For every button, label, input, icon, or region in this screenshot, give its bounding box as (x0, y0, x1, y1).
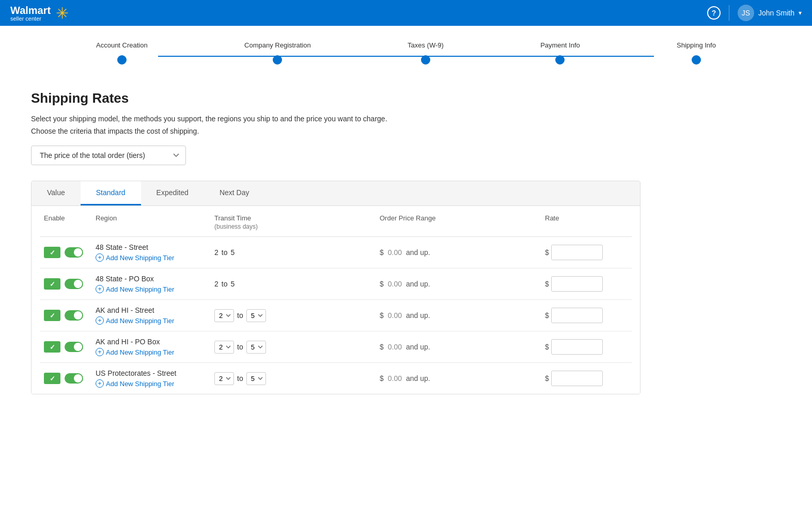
checkbox-5[interactable] (44, 373, 60, 384)
transit-cell-2: 2 to 5 (214, 280, 380, 288)
and-up-3: and up. (406, 311, 430, 320)
checkbox-1[interactable] (44, 247, 60, 258)
add-tier-link-1[interactable]: + Add New Shipping Tier (96, 253, 214, 262)
step-dot-taxes (421, 55, 430, 65)
user-name: John Smith (758, 9, 794, 17)
enable-cell-2 (44, 278, 96, 290)
rate-input-1[interactable] (551, 245, 603, 260)
rate-cell-3: $ (545, 308, 628, 323)
rate-dollar-5: $ (545, 374, 549, 383)
checkbox-3[interactable] (44, 310, 60, 321)
add-tier-link-5[interactable]: + Add New Shipping Tier (96, 379, 214, 388)
table-header-row: Enable Region Transit Time (business day… (40, 206, 632, 237)
region-cell-3: AK and HI - Street + Add New Shipping Ti… (96, 306, 214, 325)
transit-to-label-2: to (222, 280, 228, 288)
dollar-icon-2: $ (380, 280, 384, 288)
table-row: AK and HI - Street + Add New Shipping Ti… (40, 300, 632, 331)
price-cell-3: $ 0.00 and up. (380, 311, 545, 320)
tab-expedited[interactable]: Expedited (141, 181, 204, 205)
rate-cell-1: $ (545, 245, 628, 260)
header-rate: Rate (545, 214, 628, 230)
region-cell-4: AK and HI - PO Box + Add New Shipping Ti… (96, 338, 214, 356)
region-cell-2: 48 State - PO Box + Add New Shipping Tie… (96, 275, 214, 293)
logo-sub-text: seller center (10, 16, 51, 22)
enable-cell-1 (44, 247, 96, 258)
step-payment: Payment Info (540, 41, 580, 65)
header-right: ? JS John Smith ▾ (707, 5, 802, 21)
plus-circle-icon-4: + (96, 348, 104, 356)
plus-circle-icon-5: + (96, 379, 104, 388)
shipping-tabs: Value Standard Expedited Next Day (32, 181, 640, 206)
region-cell-1: 48 State - Street + Add New Shipping Tie… (96, 243, 214, 262)
shipping-rates-table: Enable Region Transit Time (business day… (32, 206, 640, 394)
rate-input-3[interactable] (551, 308, 603, 323)
price-value-4: 0.00 (388, 343, 402, 351)
step-dot-shipping (692, 55, 701, 65)
transit-to-2: 5 (230, 280, 235, 288)
add-tier-link-3[interactable]: + Add New Shipping Tier (96, 316, 214, 325)
tab-standard[interactable]: Standard (81, 181, 141, 205)
table-row: 48 State - Street + Add New Shipping Tie… (40, 237, 632, 268)
price-cell-5: $ 0.00 and up. (380, 374, 545, 383)
logo-walmart-text: Walmart (10, 5, 51, 16)
step-label-shipping: Shipping Info (677, 41, 716, 49)
checkbox-4[interactable] (44, 341, 60, 353)
toggle-2[interactable] (65, 279, 83, 289)
rate-input-2[interactable] (551, 276, 603, 292)
rate-cell-2: $ (545, 276, 628, 292)
progress-steps: Account Creation Company Registration Ta… (96, 41, 716, 65)
transit-from-select-3[interactable]: 21345 (214, 309, 234, 322)
step-label-payment: Payment Info (540, 41, 580, 49)
enable-cell-5 (44, 373, 96, 384)
step-dot-account (117, 55, 127, 65)
transit-cell-4: 21345 to 51234 (214, 341, 380, 354)
transit-to-select-5[interactable]: 51234 (246, 372, 266, 385)
price-value-3: 0.00 (388, 311, 402, 320)
add-tier-link-4[interactable]: + Add New Shipping Tier (96, 348, 214, 356)
progress-container: Account Creation Company Registration Ta… (0, 26, 812, 75)
header-divider (729, 5, 729, 21)
tab-next-day[interactable]: Next Day (204, 181, 265, 205)
logo: Walmart seller center ✳ (10, 4, 69, 22)
rate-input-4[interactable] (551, 339, 603, 355)
tab-value[interactable]: Value (32, 181, 81, 205)
transit-from-select-4[interactable]: 21345 (214, 341, 234, 354)
page-title: Shipping Rates (31, 90, 641, 106)
step-dot-company (273, 55, 282, 65)
toggle-3[interactable] (65, 310, 83, 321)
transit-to-label-3: to (237, 311, 243, 320)
add-tier-link-2[interactable]: + Add New Shipping Tier (96, 285, 214, 293)
transit-to-1: 5 (230, 248, 235, 257)
transit-to-select-3[interactable]: 51234 (246, 309, 266, 322)
transit-from-select-5[interactable]: 21345 (214, 372, 234, 385)
toggle-1[interactable] (65, 247, 83, 258)
header-enable: Enable (44, 214, 96, 230)
add-tier-label-1: Add New Shipping Tier (106, 254, 174, 262)
dollar-icon-5: $ (380, 374, 384, 383)
transit-to-select-4[interactable]: 51234 (246, 341, 266, 354)
toggle-5[interactable] (65, 373, 83, 384)
price-value-2: 0.00 (388, 280, 402, 288)
shipping-criteria-select[interactable]: The price of the total order (tiers) Wei… (31, 146, 186, 165)
dollar-icon-3: $ (380, 311, 384, 320)
user-menu[interactable]: JS John Smith ▾ (738, 5, 802, 21)
transit-to-label-5: to (237, 374, 243, 383)
region-name-5: US Protectorates - Street (96, 369, 214, 377)
help-button[interactable]: ? (707, 6, 721, 20)
checkbox-2[interactable] (44, 278, 60, 290)
add-tier-label-5: Add New Shipping Tier (106, 380, 174, 388)
step-label-taxes: Taxes (W-9) (408, 41, 444, 49)
avatar-initials: JS (742, 9, 750, 17)
rate-input-5[interactable] (551, 371, 603, 386)
plus-circle-icon-1: + (96, 253, 104, 262)
rate-dollar-4: $ (545, 343, 549, 351)
region-name-1: 48 State - Street (96, 243, 214, 251)
and-up-5: and up. (406, 374, 430, 383)
price-value-5: 0.00 (388, 374, 402, 383)
table-row: AK and HI - PO Box + Add New Shipping Ti… (40, 331, 632, 363)
shipping-table-card: Value Standard Expedited Next Day Enable… (31, 181, 641, 394)
toggle-4[interactable] (65, 342, 83, 352)
step-account-creation: Account Creation (96, 41, 148, 65)
add-tier-label-2: Add New Shipping Tier (106, 285, 174, 293)
transit-to-label-4: to (237, 343, 243, 351)
